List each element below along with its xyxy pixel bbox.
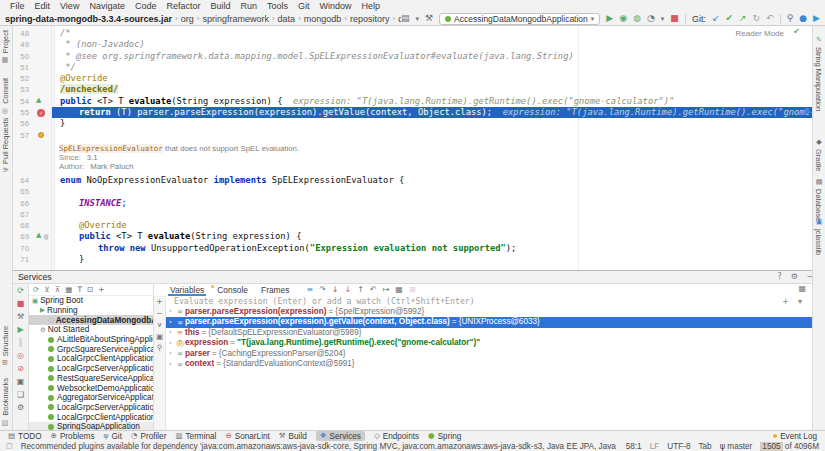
- javadoc-code-link[interactable]: SpELExpressionEvaluator: [59, 144, 163, 153]
- code-line[interactable]: 71}: [13, 254, 812, 265]
- help-icon[interactable]: ?: [778, 273, 782, 281]
- tree-item-localgrpcserverapplication-1-[interactable]: LocalGrpcServerApplication (1): [29, 403, 153, 413]
- line-separator-widget[interactable]: LF: [650, 442, 660, 451]
- expand-chevron-icon[interactable]: ›: [166, 308, 175, 315]
- resume-button[interactable]: ▶: [17, 326, 23, 334]
- watch-row[interactable]: ›∞context={StandardEvaluationContext@599…: [166, 359, 812, 370]
- scrollbar-exec-marker[interactable]: [805, 108, 809, 114]
- tab-console[interactable]: Console: [215, 284, 250, 296]
- breadcrumb-item[interactable]: org: [181, 14, 194, 24]
- breadcrumb-item[interactable]: data: [278, 14, 296, 24]
- toolwindow-button-profiler[interactable]: ◔Profiler: [131, 431, 166, 441]
- code-line[interactable]: 53/unchecked/: [13, 84, 812, 95]
- copy-icon[interactable]: ▣: [156, 333, 163, 341]
- run-to-cursor-icon[interactable]: ↦: [383, 286, 390, 294]
- code-line[interactable]: 50 * @see org.springframework.data.mappi…: [13, 51, 812, 62]
- toolwindow-button-services[interactable]: ❖Services: [316, 431, 365, 441]
- breadcrumb-item[interactable]: mongodb: [304, 14, 342, 24]
- git-history-button[interactable]: ↻: [753, 14, 761, 23]
- code-line[interactable]: 67: [13, 209, 812, 220]
- rerun-icon[interactable]: ⟳: [33, 286, 39, 294]
- pause-button[interactable]: ‖: [19, 339, 23, 347]
- drop-frame-icon[interactable]: ↶: [370, 286, 377, 294]
- menu-tools[interactable]: Tools: [262, 1, 293, 11]
- code-line[interactable]: 51 */: [13, 62, 812, 73]
- menu-file[interactable]: File: [5, 1, 30, 11]
- expand-chevron-icon[interactable]: ›: [166, 319, 175, 326]
- view-breakpoints-button[interactable]: ◎: [17, 352, 24, 360]
- tab-variables[interactable]: Variables: [168, 284, 206, 296]
- filter-icon[interactable]: T: [77, 286, 82, 294]
- thread-dump-button[interactable]: ▣: [17, 378, 25, 386]
- toolwindow-button-spring[interactable]: ●Spring: [428, 431, 461, 441]
- watch-row[interactable]: ›∞parser={CachingExpressionParser@5204}: [166, 349, 812, 360]
- evaluate-expression-input[interactable]: Evaluate expression (Enter) or add a wat…: [166, 296, 812, 307]
- run-button[interactable]: ▶: [606, 14, 613, 23]
- search-everywhere-button[interactable]: ⚲: [787, 14, 794, 23]
- tree-item-springsoapapplication[interactable]: SpringSoapApplication: [29, 422, 153, 430]
- step-out-icon[interactable]: ↑: [357, 286, 364, 294]
- code-line[interactable]: 49 * (non-Javadoc): [13, 39, 812, 50]
- menu-build[interactable]: Build: [205, 1, 235, 11]
- expand-chevron-icon[interactable]: ›: [166, 361, 175, 368]
- watch-row[interactable]: ›∞parser.parseExpression(expression).get…: [166, 317, 812, 328]
- settings-gear-icon[interactable]: ⚙: [791, 273, 798, 281]
- menu-run[interactable]: Run: [235, 1, 262, 11]
- indent-widget[interactable]: Tab: [698, 442, 711, 451]
- tree-item-localgrpcclientapplication[interactable]: LocalGrpcClientApplication: [29, 354, 153, 364]
- sort-icon[interactable]: ▾: [798, 298, 802, 306]
- force-step-into-icon[interactable]: ↓: [345, 286, 352, 294]
- tree-item-restsquareserviceapplication[interactable]: RestSquareServiceApplication: [29, 374, 153, 384]
- menu-edit[interactable]: Edit: [30, 1, 56, 11]
- tree-item-grpcsquareserviceapplication[interactable]: GrpcSquareServiceApplication: [29, 344, 153, 354]
- breadcrumb-item[interactable]: spring-data-mongodb-3.3.4-sources.jar: [5, 14, 172, 24]
- tree-item-alittlebitaboutspringapplicatio[interactable]: ALittleBitAboutSpringApplicatio: [29, 335, 153, 345]
- run-configuration-select[interactable]: AccessingDataMongodbApplication▾: [439, 13, 600, 25]
- code-line[interactable]: 66INSTANCE;: [13, 198, 812, 209]
- quick-run-button[interactable]: ▶: [813, 14, 820, 23]
- toolwindow-button-problems[interactable]: ⊕Problems: [51, 431, 95, 441]
- expand-all-icon[interactable]: ⊻: [44, 286, 50, 294]
- breadcrumb-item[interactable]: springframework: [202, 14, 269, 24]
- sidebar-item-bookmarks[interactable]: ▤Bookmarks: [1, 378, 10, 427]
- code-line[interactable]: 54▲public <T> T evaluate(String expressi…: [13, 96, 812, 107]
- git-commit-button[interactable]: ✔: [725, 14, 733, 23]
- add-watch-inline-icon[interactable]: +: [782, 298, 789, 306]
- sidebar-item-gradle[interactable]: ◆Gradle: [814, 138, 823, 172]
- menu-window[interactable]: Window: [315, 1, 357, 11]
- expand-chevron-icon[interactable]: ›: [166, 340, 175, 347]
- expand-chevron-icon[interactable]: ›: [166, 329, 175, 336]
- menu-code[interactable]: Code: [130, 1, 162, 11]
- toolwindow-button-terminal[interactable]: ▥Terminal: [175, 431, 216, 441]
- profiler-button[interactable]: ◔: [647, 14, 655, 23]
- device-icon[interactable]: ▤: [401, 14, 410, 23]
- sidebar-item-database[interactable]: ▤Database: [814, 178, 823, 221]
- tree-item-localgrpcclientapplication-1-[interactable]: LocalGrpcClientApplication (1): [29, 412, 153, 422]
- settings-sync-button[interactable]: ●: [799, 14, 807, 23]
- watch-row[interactable]: ›≡this={DefaultSpELExpressionEvaluator@5…: [166, 328, 812, 339]
- coverage-button[interactable]: ◍: [633, 14, 641, 23]
- tree-item-aggregatorserviceapplication[interactable]: AggregatorServiceApplication: [29, 393, 153, 403]
- stop-button[interactable]: ■: [670, 14, 679, 23]
- layout-settings-icon[interactable]: ▦: [798, 285, 806, 293]
- code-line[interactable]: 65: [13, 186, 812, 197]
- sidebar-item-structure[interactable]: ⊞Structure: [1, 326, 10, 365]
- layout-button[interactable]: ❏: [17, 391, 24, 399]
- code-line[interactable]: 69▲@public <T> T evaluate(String express…: [13, 231, 812, 242]
- step-into-icon[interactable]: ↓: [332, 286, 339, 294]
- menu-help[interactable]: Help: [357, 1, 386, 11]
- watch-row[interactable]: ›ⓟexpression="T(java.lang.Runtime).getRu…: [166, 338, 812, 349]
- tab-frames[interactable]: Frames: [259, 284, 291, 296]
- tree-item-websocketdemoapplication[interactable]: WebsocketDemoApplication: [29, 383, 153, 393]
- event-log-button[interactable]: Event Log: [773, 432, 817, 441]
- intention-bulb-icon[interactable]: [38, 132, 44, 138]
- caret-position-widget[interactable]: 58:1: [626, 442, 642, 451]
- inspect-icon[interactable]: ⚲: [157, 344, 163, 352]
- services-header[interactable]: Services ?⚙—: [0, 271, 825, 284]
- add-service-icon[interactable]: +: [98, 286, 104, 294]
- git-branch-widget[interactable]: ψ master: [720, 442, 753, 451]
- toolwindow-button-build[interactable]: ⚒Build: [279, 431, 307, 441]
- edit-configuration-icon[interactable]: ⚒: [17, 313, 24, 321]
- sidebar-item-pull-requests[interactable]: ψPull Requests: [1, 118, 10, 172]
- implements-method-icon[interactable]: ▲: [36, 97, 41, 104]
